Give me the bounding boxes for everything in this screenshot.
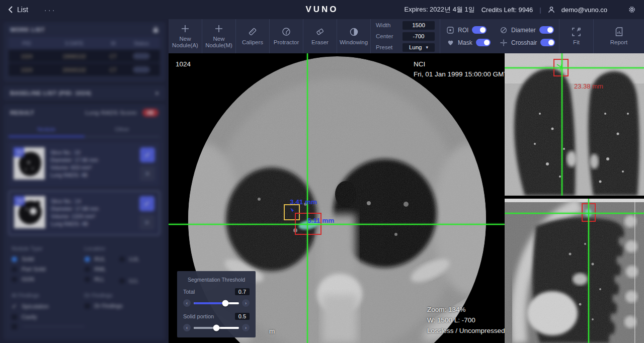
more-menu-button[interactable]: ··· [44, 6, 56, 14]
radio-rml[interactable]: RML [85, 266, 106, 272]
card-lung-rads: Lung RADS: 4B [51, 220, 134, 228]
width-input[interactable] [403, 21, 435, 30]
new-nodule-a-button[interactable]: New Nodule(A) [169, 19, 202, 53]
back-to-list-button[interactable]: List [8, 6, 28, 14]
checkbox-icon [12, 314, 17, 320]
vuno-lungct-app: List ··· VUNO Expires: 2022년 4월 1일 Credi… [0, 0, 644, 343]
window-level-info-label: W: 1500 L: -700 [427, 315, 475, 325]
report-button[interactable]: Report [594, 19, 644, 53]
plus-icon [215, 24, 223, 33]
option-label: Cavity [22, 314, 37, 320]
baseline-list-panel[interactable]: BASELINE LIST (PID: 1024) ▾ [4, 85, 165, 101]
solid-portion-slider-thumb[interactable] [213, 324, 220, 331]
radio-lll[interactable]: LLL [119, 278, 139, 284]
tab-nodule[interactable]: Nodule [9, 122, 85, 136]
protractor-icon [282, 27, 291, 37]
protractor-button[interactable]: Protractor [270, 19, 303, 53]
crosshair-marker-icon [556, 62, 565, 71]
user-email[interactable]: demo@vuno.co [561, 6, 607, 14]
slice-badge: 10 [14, 147, 24, 157]
width-label: Width [376, 22, 390, 28]
checkbox-custom-finding[interactable] [12, 324, 85, 329]
lung-rads-score-label: Lung RADS Score: [85, 110, 138, 116]
checkbox-spiculation[interactable]: ✓Spiculation [12, 303, 85, 310]
total-slider-thumb[interactable] [222, 300, 229, 306]
eraser-icon [315, 27, 325, 37]
diameter-icon [500, 27, 508, 34]
sagittal-crosshair-vertical[interactable] [588, 199, 589, 343]
eraser-button[interactable]: Eraser [303, 19, 337, 53]
radio-solid[interactable]: Solid [12, 256, 85, 262]
result-title: RESULT [10, 110, 34, 116]
total-slider-track[interactable] [194, 302, 239, 304]
user-icon [548, 6, 555, 13]
tool-label: Protractor [272, 39, 301, 46]
option-label: RUL [95, 256, 106, 262]
cell-modality: CT [104, 53, 123, 59]
measurement-label-small: 3.41 mm [290, 198, 317, 206]
text-input-underline[interactable] [23, 326, 85, 327]
solid-portion-decrement-button[interactable]: ‹ [183, 324, 191, 331]
compression-info-label: Lossless / Uncompressed [427, 326, 505, 336]
card-slice: Slice No.: 10 [50, 149, 134, 156]
center-input[interactable] [403, 32, 435, 41]
coronal-crosshair-horizontal[interactable] [505, 67, 644, 68]
radio-part-solid[interactable]: Part Solid [12, 266, 85, 272]
calipers-button[interactable]: Calipers [236, 19, 270, 53]
radio-ggn[interactable]: GGN [12, 276, 85, 282]
radio-lul[interactable]: LUL [119, 256, 139, 262]
total-increment-button[interactable]: › [242, 299, 250, 307]
checkbox-icon [85, 303, 90, 309]
total-decrement-button[interactable]: ‹ [183, 299, 191, 307]
windowing-button[interactable]: Windowing [337, 19, 371, 53]
delete-nodule-button[interactable]: ✕ [139, 215, 154, 230]
sagittal-crosshair-horizontal[interactable] [505, 213, 644, 214]
slice-number-label: 1024 [176, 59, 191, 69]
sagittal-viewer[interactable] [505, 199, 644, 343]
solid-portion-increment-button[interactable]: › [242, 324, 250, 331]
mask-toggle[interactable] [476, 39, 491, 46]
option-label: LUL [129, 256, 139, 262]
preset-select[interactable]: Lung ▾ [403, 43, 435, 52]
preset-value: Lung [409, 44, 422, 50]
slice-badge: 14 [14, 196, 25, 206]
radio-rll[interactable]: RLL [85, 276, 106, 282]
sagittal-ct-image[interactable] [505, 199, 644, 343]
nodule-card[interactable]: 10 Slice No.: 10 Diameter: 17.96 mm Volu… [9, 142, 160, 186]
delete-nodule-button[interactable]: ✕ [140, 166, 155, 181]
total-slider-fill [194, 302, 225, 304]
confirm-nodule-button[interactable]: ✓ [139, 196, 154, 211]
roi-toggle[interactable] [472, 26, 487, 34]
crosshair-toggle-label: Crosshair [511, 39, 537, 46]
settings-gear-icon[interactable] [628, 6, 636, 14]
top-header: List ··· VUNO Expires: 2022년 4월 1일 Credi… [0, 0, 644, 19]
fit-button[interactable]: Fit [559, 19, 594, 53]
solid-portion-slider-track[interactable] [194, 327, 239, 329]
collapse-chevron-icon[interactable]: ▾ [155, 91, 158, 96]
tab-other[interactable]: Other [85, 122, 160, 136]
crosshair-toggle[interactable] [540, 39, 555, 46]
segmentation-panel-title: Segmentation Threshold [183, 277, 250, 283]
confirm-nodule-button[interactable]: ✓ [140, 147, 155, 162]
diameter-toggle[interactable] [539, 26, 554, 34]
new-nodule-m-button[interactable]: New Nodule(M) [202, 19, 236, 53]
card-lung-rads: Lung RADS: 4B [50, 172, 134, 179]
fit-screen-icon [572, 27, 581, 37]
column-header: Status [123, 40, 160, 46]
option-label: RML [95, 266, 106, 272]
checkbox-dr-findings[interactable]: Dr Findings [85, 303, 157, 309]
coronal-ct-image[interactable] [505, 53, 644, 196]
patient-id-label: NCI [414, 59, 425, 69]
work-list-row[interactable]: 1024 19990102 CT [9, 50, 160, 62]
zoom-info-label: Zoom: 134% [427, 305, 466, 315]
coronal-viewer[interactable]: 23.38 mm [505, 53, 644, 196]
work-list-row[interactable]: 1024 20000102 CT [9, 63, 160, 76]
checkbox-cavity[interactable]: Cavity [12, 314, 85, 320]
mask-toggle-label: Mask [458, 39, 472, 46]
nodule-card[interactable]: 14 Slice No.: 14 Diameter: 17.88 mm Volu… [9, 191, 160, 235]
axial-crosshair-horizontal[interactable] [169, 224, 505, 225]
axial-viewer[interactable]: 3.41 mm 5.11 mm 1024 NCI Fri, 01 Jan 199… [169, 53, 505, 343]
roi-toggle-label: ROI [458, 27, 468, 34]
coronal-crosshair-vertical[interactable] [561, 53, 562, 196]
radio-rul[interactable]: RUL [85, 256, 106, 262]
